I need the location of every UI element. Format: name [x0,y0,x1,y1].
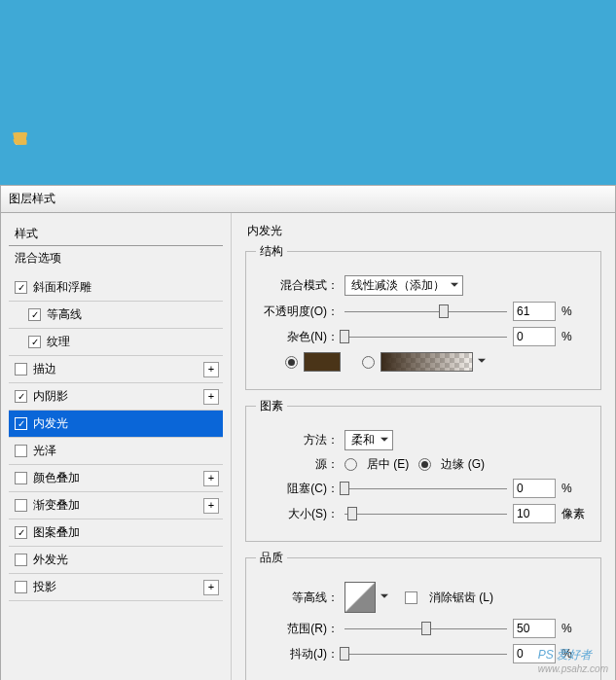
settings-panel: 内发光 结构 混合模式： 线性减淡（添加） 不透明度(O)： % 杂色(N)： … [232,213,615,680]
structure-legend: 结构 [256,243,287,260]
style-item-4[interactable]: 内阴影+ [9,383,223,411]
style-checkbox[interactable] [28,308,41,321]
style-checkbox[interactable] [15,581,27,593]
jitter-unit: % [562,647,591,661]
opacity-unit: % [562,304,591,318]
style-label: 斜面和浮雕 [33,279,91,296]
choke-input[interactable] [513,479,556,498]
choke-unit: % [562,482,591,495]
style-item-0[interactable]: 斜面和浮雕 [9,274,223,302]
source-center-label: 居中 (E) [367,456,409,473]
opacity-slider[interactable] [344,303,507,320]
choke-label: 阻塞(C)： [256,481,339,497]
blend-mode-select[interactable]: 线性减淡（添加） [344,275,463,296]
style-checkbox[interactable] [15,499,27,512]
style-item-10[interactable]: 外发光 [9,547,223,574]
antialias-label: 消除锯齿 (L) [429,590,493,606]
style-item-5[interactable]: 内发光 [9,411,223,438]
style-item-2[interactable]: 纹理 [9,329,223,356]
style-checkbox[interactable] [15,390,27,403]
style-label: 光泽 [33,443,56,459]
style-item-6[interactable]: 光泽 [9,438,223,465]
style-checkbox[interactable] [15,554,27,566]
style-checkbox[interactable] [15,526,27,539]
style-label: 图案叠加 [33,524,80,541]
elements-legend: 图素 [256,398,287,414]
style-label: 等高线 [47,306,82,323]
noise-slider[interactable] [344,328,507,345]
range-slider[interactable] [344,620,507,637]
style-label: 纹理 [47,334,70,350]
style-item-11[interactable]: 投影+ [9,574,223,601]
layer-style-dialog: 样式 混合选项 斜面和浮雕等高线纹理描边+内阴影+内发光光泽颜色叠加+渐变叠加+… [0,212,616,680]
blend-mode-label: 混合模式： [256,277,339,294]
preview-image: SWEET [0,0,616,185]
technique-select[interactable]: 柔和 [344,430,393,450]
source-label: 源： [256,456,339,473]
style-label: 内阴影 [33,388,68,405]
gradient-radio[interactable] [362,356,375,369]
size-unit: 像素 [562,506,591,522]
opacity-label: 不透明度(O)： [256,304,339,320]
structure-group: 结构 混合模式： 线性减淡（添加） 不透明度(O)： % 杂色(N)： % [245,243,601,390]
add-effect-button[interactable]: + [203,362,219,377]
style-item-9[interactable]: 图案叠加 [9,519,223,547]
style-label: 描边 [33,361,56,377]
add-effect-button[interactable]: + [203,498,219,514]
style-item-8[interactable]: 渐变叠加+ [9,492,223,519]
dialog-title: 图层样式 [0,185,616,212]
style-item-7[interactable]: 颜色叠加+ [9,465,223,492]
gradient-picker[interactable] [380,352,473,372]
range-input[interactable] [513,619,556,638]
range-label: 范围(R)： [256,621,339,637]
style-label: 外发光 [33,552,68,568]
style-checkbox[interactable] [28,336,41,348]
add-effect-button[interactable]: + [203,389,219,405]
source-edge-radio[interactable] [418,458,431,471]
contour-picker[interactable] [344,582,376,613]
style-checkbox[interactable] [15,363,27,376]
blend-options-header[interactable]: 混合选项 [9,246,223,272]
source-center-radio[interactable] [344,458,357,471]
style-item-3[interactable]: 描边+ [9,356,223,383]
elements-group: 图素 方法： 柔和 源： 居中 (E) 边缘 (G) 阻塞(C)： % [245,398,601,542]
add-effect-button[interactable]: + [203,580,219,595]
style-checkbox[interactable] [15,417,27,430]
quality-group: 品质 等高线： 消除锯齿 (L) 范围(R)： % 抖动(J)： % [245,550,601,680]
inner-glow-title: 内发光 [245,223,601,239]
styles-header[interactable]: 样式 [9,223,223,246]
style-checkbox[interactable] [15,445,27,457]
color-radio[interactable] [285,356,298,369]
styles-panel: 样式 混合选项 斜面和浮雕等高线纹理描边+内阴影+内发光光泽颜色叠加+渐变叠加+… [1,213,232,680]
style-item-1[interactable]: 等高线 [9,302,223,329]
contour-label: 等高线： [256,590,339,606]
color-swatch[interactable] [304,352,341,372]
style-label: 颜色叠加 [33,470,80,486]
noise-unit: % [562,330,591,343]
style-label: 投影 [33,579,56,595]
size-input[interactable] [513,504,556,523]
opacity-input[interactable] [513,302,556,321]
range-unit: % [562,622,591,635]
jitter-slider[interactable] [344,645,507,662]
noise-label: 杂色(N)： [256,329,339,345]
technique-label: 方法： [256,432,339,448]
style-checkbox[interactable] [15,281,27,294]
antialias-checkbox[interactable] [405,591,417,604]
quality-legend: 品质 [256,550,287,566]
style-label: 渐变叠加 [33,497,80,514]
source-edge-label: 边缘 (G) [441,456,485,473]
add-effect-button[interactable]: + [203,471,219,486]
size-label: 大小(S)： [256,506,339,522]
choke-slider[interactable] [344,480,507,497]
noise-input[interactable] [513,327,556,346]
jitter-label: 抖动(J)： [256,646,339,662]
jitter-input[interactable] [513,644,556,663]
style-label: 内发光 [33,415,68,432]
style-checkbox[interactable] [15,472,27,484]
size-slider[interactable] [344,505,507,522]
